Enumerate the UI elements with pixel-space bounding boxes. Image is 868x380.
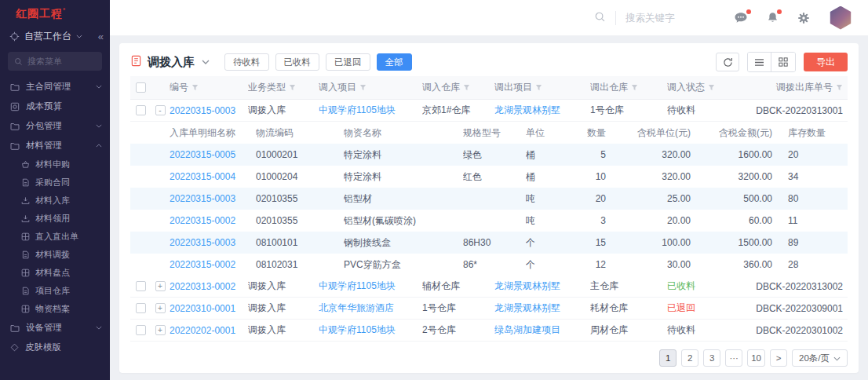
out-project-link[interactable]: 龙湖景观林别墅 [494,280,590,293]
in-project-link[interactable]: 中观学府1105地块 [319,323,422,337]
expand-toggle[interactable]: + [151,325,170,335]
avatar[interactable] [829,6,852,30]
material-name: 特定涂料 [344,170,463,184]
material-code: 01000201 [256,149,344,160]
out-project-link[interactable]: 龙湖景观林别墅 [494,104,590,117]
detail-order-link[interactable]: 20220315-0002 [170,215,256,226]
sidebar-search[interactable] [8,52,102,71]
filter-funnel-icon[interactable] [191,84,199,91]
refresh-button[interactable] [716,53,739,71]
column-header[interactable]: 调拨出库单号 [746,81,848,94]
sidebar-subitem[interactable]: 物资档案 [0,300,110,318]
sidebar-item[interactable]: 皮肤模版 [0,338,110,357]
page-button[interactable]: 10 [747,349,765,367]
page-button[interactable]: 1 [659,349,677,367]
filter-funnel-icon[interactable] [631,84,638,91]
sidebar-item[interactable]: 分包管理 [0,116,110,136]
sidebar-subitem[interactable]: 直入直出单 [0,228,110,246]
out-project-link[interactable]: 绿岛湖加建项目 [494,323,590,337]
filter-chip[interactable]: 全部 [377,53,412,71]
chevron-down-icon[interactable] [202,60,210,64]
grid-doc-icon [21,232,30,241]
sidebar-search-input[interactable] [27,57,95,66]
in-project-link[interactable]: 中观学府1105地块 [319,280,422,293]
global-search-input[interactable] [625,13,713,24]
page-button[interactable]: 3 [703,349,720,367]
grid-view-icon[interactable] [771,53,795,71]
list-view-icon[interactable] [748,53,771,71]
page-button[interactable]: 2 [681,349,698,367]
detail-column-header: 数量 [570,126,620,140]
outbound-order-no: DBCK-20220309001 [746,303,848,314]
page-size-select[interactable]: 20条/页 [792,349,848,367]
page-ellipsis[interactable]: ··· [725,349,742,367]
column-header[interactable]: 编号 [170,81,248,94]
column-header[interactable]: 业务类型 [248,81,319,94]
list-card: 调拨入库 待收料已收料已退回全部 [119,43,859,373]
unit-price: 20.00 [620,215,705,226]
detail-order-link[interactable]: 20220315-0002 [170,259,256,270]
filter-chip[interactable]: 已收料 [275,53,320,71]
filter-funnel-icon[interactable] [708,84,715,91]
collapse-sidebar-icon[interactable]: « [98,31,104,42]
card-header: 调拨入库 待收料已收料已退回全部 [130,48,848,76]
sidebar-subitem[interactable]: 材料调拨 [0,246,110,264]
filter-chip[interactable]: 已退回 [326,53,370,71]
messages-icon[interactable] [734,12,748,24]
expand-toggle[interactable]: + [151,303,170,313]
gear-icon[interactable] [797,12,810,24]
row-checkbox[interactable] [130,325,151,335]
in-warehouse: 2号仓库 [422,323,494,337]
filter-funnel-icon[interactable] [535,84,542,91]
out-warehouse: 主仓库 [590,280,667,293]
select-all-checkbox[interactable] [130,82,151,93]
sidebar-subitem[interactable]: 材料盘点 [0,264,110,282]
sidebar-item-label: 材料管理 [26,140,62,152]
filter-funnel-icon[interactable] [836,84,843,91]
row-checkbox[interactable] [130,281,151,291]
order-number-link[interactable]: 20220313-0002 [170,281,248,292]
order-number-link[interactable]: 20220315-0003 [170,105,248,116]
amount: 1600.00 [705,149,786,160]
column-header[interactable]: 调入仓库 [422,81,494,94]
filter-chip[interactable]: 待收料 [224,53,269,71]
sidebar-subitem[interactable]: 材料领用 [0,210,110,228]
detail-order-link[interactable]: 20220315-0004 [170,171,256,182]
column-header[interactable]: 调入项目 [319,81,422,94]
global-search[interactable] [594,11,713,25]
order-number-link[interactable]: 20220310-0001 [170,303,248,314]
export-button[interactable]: 导出 [804,53,848,71]
filter-funnel-icon[interactable] [359,84,367,91]
row-checkbox[interactable] [130,303,151,313]
next-page-button[interactable]: > [770,349,787,367]
sidebar-item[interactable]: 材料管理 [0,136,110,155]
detail-order-link[interactable]: 20220315-0003 [170,193,256,204]
in-project-link[interactable]: 中观学府1105地块 [319,104,422,117]
sidebar-subitem[interactable]: 材料申购 [0,155,110,174]
search-icon [594,11,606,25]
sidebar-subitem[interactable]: 项目仓库 [0,282,110,300]
workspace-target-icon [9,31,20,42]
workspace-switcher[interactable]: 自营工作台 « [0,24,110,48]
in-project-link[interactable]: 北京年华旅游酒店 [319,301,422,315]
sidebar-subitem[interactable]: 采购合同 [0,174,110,192]
chevron-down-icon [96,85,102,89]
spec-model: 86* [463,259,526,270]
detail-order-link[interactable]: 20220315-0005 [170,149,256,160]
filter-funnel-icon[interactable] [463,84,470,91]
filter-funnel-icon[interactable] [289,84,296,91]
column-header[interactable]: 调出项目 [494,81,590,94]
sidebar-item[interactable]: 主合同管理 [0,77,110,97]
collapse-toggle[interactable]: - [151,105,170,115]
bell-icon[interactable] [767,12,779,24]
order-number-link[interactable]: 20220202-0001 [170,325,248,336]
expand-toggle[interactable]: + [151,281,170,291]
out-project-link[interactable]: 龙湖景观林别墅 [494,301,590,315]
sidebar-item[interactable]: 成本预算 [0,97,110,116]
sidebar-subitem[interactable]: 材料入库 [0,192,110,210]
sidebar-item[interactable]: 设备管理 [0,318,110,338]
column-header[interactable]: 调入状态 [667,81,746,94]
row-checkbox[interactable] [130,105,151,115]
detail-order-link[interactable]: 20220315-0003 [170,237,256,248]
column-header[interactable]: 调出仓库 [590,81,667,94]
